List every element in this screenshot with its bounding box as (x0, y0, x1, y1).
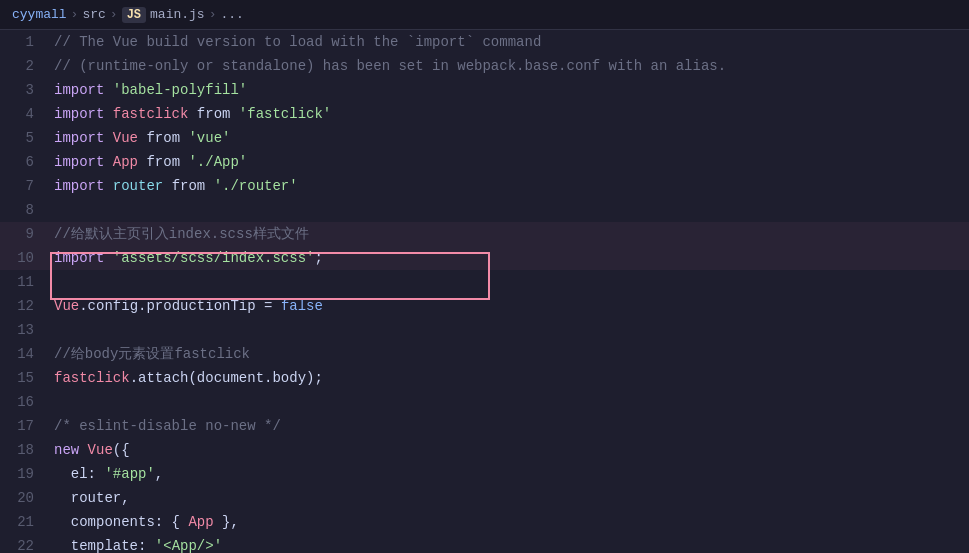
token: import (54, 178, 113, 194)
token: import (54, 82, 113, 98)
line-number: 20 (0, 490, 50, 506)
line-content: //给默认主页引入index.scss样式文件 (50, 225, 969, 243)
token: //给body元素设置fastclick (54, 346, 250, 362)
code-line: 3import 'babel-polyfill' (0, 78, 969, 102)
token: '#app' (104, 466, 154, 482)
token: template: (54, 538, 155, 553)
token: // The Vue build version to load with th… (54, 34, 541, 50)
code-line: 5import Vue from 'vue' (0, 126, 969, 150)
line-content: //给body元素设置fastclick (50, 345, 969, 363)
token: router (113, 178, 163, 194)
token: 'assets/scss/index.scss' (113, 250, 315, 266)
breadcrumb-sep2: › (110, 7, 118, 22)
line-content: el: '#app', (50, 466, 969, 482)
line-content (50, 274, 969, 290)
code-line: 12Vue.config.productionTip = false (0, 294, 969, 318)
token: }, (214, 514, 239, 530)
breadcrumb-js-badge: JS (122, 7, 146, 23)
token: el: (54, 466, 104, 482)
token: from (138, 154, 188, 170)
line-content: router, (50, 490, 969, 506)
line-number: 2 (0, 58, 50, 74)
line-number: 18 (0, 442, 50, 458)
line-content: import router from './router' (50, 178, 969, 194)
token: App (113, 154, 138, 170)
token: './App' (188, 154, 247, 170)
line-number: 7 (0, 178, 50, 194)
token: from (138, 130, 188, 146)
line-number: 8 (0, 202, 50, 218)
line-content: components: { App }, (50, 514, 969, 530)
line-number: 3 (0, 82, 50, 98)
line-content (50, 202, 969, 218)
line-content (50, 394, 969, 410)
code-line: 20 router, (0, 486, 969, 510)
code-line: 6import App from './App' (0, 150, 969, 174)
token: '<App/>' (155, 538, 222, 553)
line-content: import 'assets/scss/index.scss'; (50, 250, 969, 266)
breadcrumb-cyymall[interactable]: cyymall (12, 7, 67, 22)
line-content: new Vue({ (50, 442, 969, 458)
token: fastclick (54, 370, 130, 386)
code-line: 21 components: { App }, (0, 510, 969, 534)
token: import (54, 130, 113, 146)
line-number: 10 (0, 250, 50, 266)
code-line: 22 template: '<App/>' (0, 534, 969, 553)
breadcrumb-ellipsis: ... (220, 7, 243, 22)
token: Vue (88, 442, 113, 458)
code-line: 7import router from './router' (0, 174, 969, 198)
token: ; (314, 250, 322, 266)
code-line: 13 (0, 318, 969, 342)
line-number: 9 (0, 226, 50, 242)
token: Vue (54, 298, 79, 314)
line-number: 19 (0, 466, 50, 482)
line-number: 12 (0, 298, 50, 314)
breadcrumb-src[interactable]: src (82, 7, 105, 22)
token: .config.productionTip (79, 298, 255, 314)
token: //给默认主页引入index.scss样式文件 (54, 226, 309, 242)
token: = (256, 298, 281, 314)
code-line: 18new Vue({ (0, 438, 969, 462)
breadcrumb-mainjs[interactable]: main.js (150, 7, 205, 22)
line-content (50, 322, 969, 338)
breadcrumb-sep3: › (209, 7, 217, 22)
line-number: 14 (0, 346, 50, 362)
token: 'babel-polyfill' (113, 82, 247, 98)
line-number: 4 (0, 106, 50, 122)
line-number: 22 (0, 538, 50, 553)
line-content: Vue.config.productionTip = false (50, 298, 969, 314)
code-line: 19 el: '#app', (0, 462, 969, 486)
token: components: { (54, 514, 188, 530)
code-line: 11 (0, 270, 969, 294)
token: import (54, 250, 113, 266)
code-line: 16 (0, 390, 969, 414)
code-line: 8 (0, 198, 969, 222)
token: from (188, 106, 238, 122)
token: 'fastclick' (239, 106, 331, 122)
token: import (54, 154, 113, 170)
line-content: import App from './App' (50, 154, 969, 170)
line-content: import 'babel-polyfill' (50, 82, 969, 98)
line-number: 1 (0, 34, 50, 50)
code-editor: 1// The Vue build version to load with t… (0, 30, 969, 553)
code-line: 17/* eslint-disable no-new */ (0, 414, 969, 438)
token: from (163, 178, 213, 194)
token: new (54, 442, 88, 458)
token: /* eslint-disable no-new */ (54, 418, 281, 434)
code-line: 9//给默认主页引入index.scss样式文件 (0, 222, 969, 246)
code-line: 4import fastclick from 'fastclick' (0, 102, 969, 126)
line-number: 16 (0, 394, 50, 410)
token: 'vue' (188, 130, 230, 146)
line-content: // (runtime-only or standalone) has been… (50, 58, 969, 74)
token: Vue (113, 130, 138, 146)
line-number: 11 (0, 274, 50, 290)
line-number: 13 (0, 322, 50, 338)
token: fastclick (113, 106, 189, 122)
code-line: 1// The Vue build version to load with t… (0, 30, 969, 54)
token: ({ (113, 442, 130, 458)
line-content: /* eslint-disable no-new */ (50, 418, 969, 434)
token: import (54, 106, 113, 122)
line-content: fastclick.attach(document.body); (50, 370, 969, 386)
breadcrumb-sep1: › (71, 7, 79, 22)
line-number: 17 (0, 418, 50, 434)
